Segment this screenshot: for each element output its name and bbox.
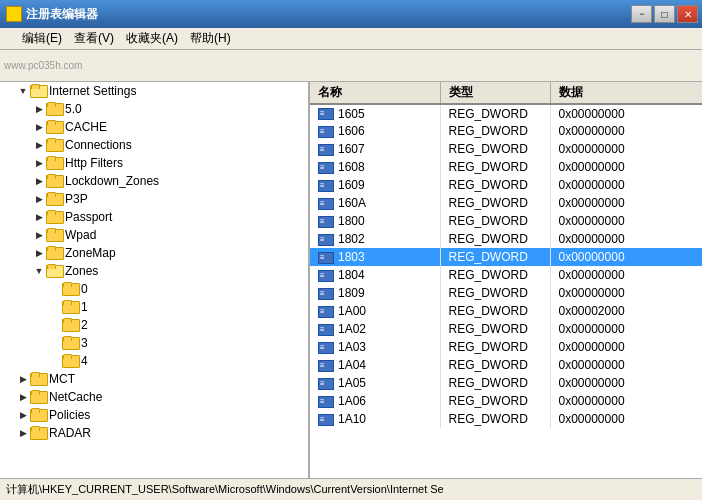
table-row[interactable]: 1608REG_DWORD0x00000000 (310, 158, 702, 176)
cell-type: REG_DWORD (440, 230, 550, 248)
expand-icon: ▼ (16, 84, 30, 98)
cell-name: 1A00 (310, 302, 440, 320)
expand-icon (48, 318, 62, 332)
folder-icon (46, 264, 62, 278)
table-row[interactable]: 1609REG_DWORD0x00000000 (310, 176, 702, 194)
tree-node-radar[interactable]: ▶RADAR (0, 424, 308, 442)
tree-label: P3P (65, 192, 88, 206)
table-row[interactable]: 1A04REG_DWORD0x00000000 (310, 356, 702, 374)
tree-label: Internet Settings (49, 84, 136, 98)
menu-help[interactable]: 帮助(H) (184, 28, 237, 49)
cell-type: REG_DWORD (440, 212, 550, 230)
tree-node-cache[interactable]: ▶CACHE (0, 118, 308, 136)
tree-node-zones-1[interactable]: 1 (0, 298, 308, 316)
tree-node-p3p[interactable]: ▶P3P (0, 190, 308, 208)
expand-icon (48, 282, 62, 296)
right-pane[interactable]: 名称 类型 数据 1605REG_DWORD0x000000001606REG_… (310, 82, 702, 478)
col-name[interactable]: 名称 (310, 82, 440, 104)
menu-file[interactable] (4, 37, 16, 41)
menu-edit[interactable]: 编辑(E) (16, 28, 68, 49)
expand-icon: ▶ (16, 408, 30, 422)
cell-data: 0x00000000 (550, 212, 702, 230)
table-row[interactable]: 1800REG_DWORD0x00000000 (310, 212, 702, 230)
table-row[interactable]: 1803REG_DWORD0x00000000 (310, 248, 702, 266)
cell-data: 0x00000000 (550, 104, 702, 122)
cell-data: 0x00000000 (550, 122, 702, 140)
tree-node-zonemap[interactable]: ▶ZoneMap (0, 244, 308, 262)
menu-bar: 编辑(E) 查看(V) 收藏夹(A) 帮助(H) (0, 28, 702, 50)
cell-name: 1A02 (310, 320, 440, 338)
tree-node-zones-4[interactable]: 4 (0, 352, 308, 370)
folder-icon (62, 300, 78, 314)
tree-node-mct[interactable]: ▶MCT (0, 370, 308, 388)
folder-icon (30, 390, 46, 404)
cell-data: 0x00000000 (550, 338, 702, 356)
tree-node-wpad[interactable]: ▶Wpad (0, 226, 308, 244)
expand-icon: ▶ (32, 228, 46, 242)
table-row[interactable]: 1A05REG_DWORD0x00000000 (310, 374, 702, 392)
tree-node-5-0[interactable]: ▶5.0 (0, 100, 308, 118)
maximize-button[interactable]: □ (654, 5, 675, 23)
tree-node-lockdown-zones[interactable]: ▶Lockdown_Zones (0, 172, 308, 190)
tree-node-netcache[interactable]: ▶NetCache (0, 388, 308, 406)
reg-dword-icon (318, 270, 334, 282)
menu-favorites[interactable]: 收藏夹(A) (120, 28, 184, 49)
status-bar: 计算机\HKEY_CURRENT_USER\Software\Microsoft… (0, 478, 702, 500)
folder-icon (46, 174, 62, 188)
cell-data: 0x00000000 (550, 140, 702, 158)
tree-pane[interactable]: ▼Internet Settings▶5.0▶CACHE▶Connections… (0, 82, 310, 478)
folder-icon (46, 102, 62, 116)
table-row[interactable]: 1802REG_DWORD0x00000000 (310, 230, 702, 248)
tree-node-zones-0[interactable]: 0 (0, 280, 308, 298)
close-button[interactable]: ✕ (677, 5, 698, 23)
minimize-button[interactable]: － (631, 5, 652, 23)
title-controls: － □ ✕ (631, 5, 698, 23)
app-icon (6, 6, 22, 22)
tree-label: Zones (65, 264, 98, 278)
tree-node-connections[interactable]: ▶Connections (0, 136, 308, 154)
tree-label: 1 (81, 300, 88, 314)
table-row[interactable]: 1A10REG_DWORD0x00000000 (310, 410, 702, 428)
table-row[interactable]: 1605REG_DWORD0x00000000 (310, 104, 702, 122)
cell-type: REG_DWORD (440, 266, 550, 284)
table-row[interactable]: 1607REG_DWORD0x00000000 (310, 140, 702, 158)
folder-icon (46, 120, 62, 134)
table-row[interactable]: 1A03REG_DWORD0x00000000 (310, 338, 702, 356)
table-row[interactable]: 160AREG_DWORD0x00000000 (310, 194, 702, 212)
folder-icon (62, 336, 78, 350)
table-row[interactable]: 1809REG_DWORD0x00000000 (310, 284, 702, 302)
tree-label: ZoneMap (65, 246, 116, 260)
tree-node-zones[interactable]: ▼Zones (0, 262, 308, 280)
cell-data: 0x00000000 (550, 176, 702, 194)
watermark: www.pc035h.com (4, 60, 82, 71)
tree-node-passport[interactable]: ▶Passport (0, 208, 308, 226)
table-row[interactable]: 1A02REG_DWORD0x00000000 (310, 320, 702, 338)
folder-icon (30, 84, 46, 98)
expand-icon: ▶ (32, 192, 46, 206)
cell-name: 1607 (310, 140, 440, 158)
tree-node-http-filters[interactable]: ▶Http Filters (0, 154, 308, 172)
col-data[interactable]: 数据 (550, 82, 702, 104)
cell-name: 1A04 (310, 356, 440, 374)
tree-node-zones-3[interactable]: 3 (0, 334, 308, 352)
tree-node-internet-settings[interactable]: ▼Internet Settings (0, 82, 308, 100)
tree-label: Passport (65, 210, 112, 224)
cell-name: 160A (310, 194, 440, 212)
folder-icon (46, 156, 62, 170)
folder-icon (62, 354, 78, 368)
cell-type: REG_DWORD (440, 140, 550, 158)
table-row[interactable]: 1A06REG_DWORD0x00000000 (310, 392, 702, 410)
table-row[interactable]: 1804REG_DWORD0x00000000 (310, 266, 702, 284)
tree-node-policies[interactable]: ▶Policies (0, 406, 308, 424)
menu-view[interactable]: 查看(V) (68, 28, 120, 49)
cell-name: 1608 (310, 158, 440, 176)
reg-dword-icon (318, 288, 334, 300)
table-row[interactable]: 1A00REG_DWORD0x00002000 (310, 302, 702, 320)
cell-type: REG_DWORD (440, 194, 550, 212)
expand-icon: ▶ (16, 372, 30, 386)
folder-icon (30, 408, 46, 422)
cell-data: 0x00000000 (550, 392, 702, 410)
table-row[interactable]: 1606REG_DWORD0x00000000 (310, 122, 702, 140)
col-type[interactable]: 类型 (440, 82, 550, 104)
tree-node-zones-2[interactable]: 2 (0, 316, 308, 334)
